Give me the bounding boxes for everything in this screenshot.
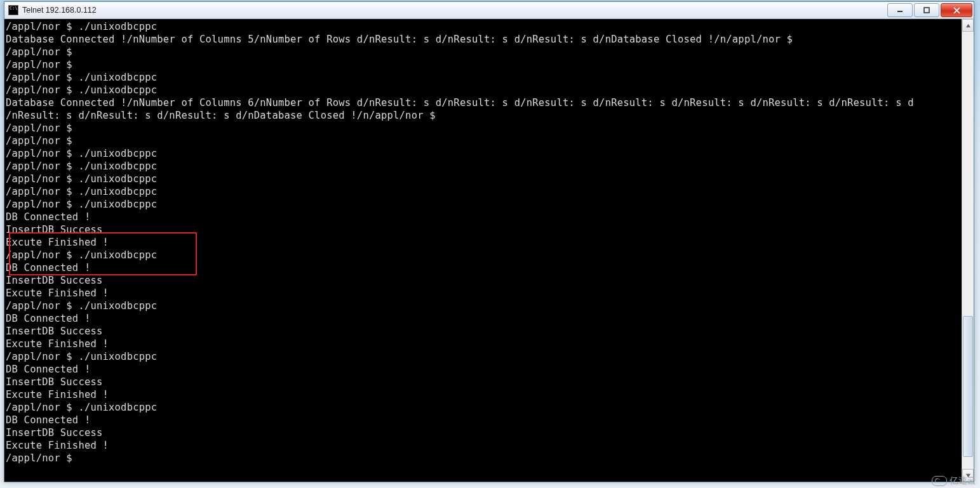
terminal-line: /appl/nor $ ./unixodbcppc xyxy=(4,147,962,160)
window-title: Telnet 192.168.0.112 xyxy=(22,6,97,15)
terminal-line: InsertDB Success xyxy=(4,325,962,338)
telnet-window: Telnet 192.168.0.112 /appl/nor $ ./unixo… xyxy=(4,1,974,482)
terminal-line: Excute Finished ! xyxy=(4,388,962,401)
terminal-line: Database Connected !/nNumber of Columns … xyxy=(4,96,962,109)
scroll-up-button[interactable] xyxy=(962,19,974,32)
terminal-line: /appl/nor $ ./unixodbcppc xyxy=(4,198,962,211)
terminal-line: /appl/nor $ xyxy=(4,452,962,465)
terminal-line: InsertDB Success xyxy=(4,223,962,236)
terminal-line: DB Connected ! xyxy=(4,261,962,274)
terminal-line: InsertDB Success xyxy=(4,426,962,439)
terminal-line: Database Connected !/nNumber of Columns … xyxy=(4,33,962,46)
scroll-track[interactable] xyxy=(962,32,974,469)
cmd-icon xyxy=(8,5,18,15)
terminal-line: DB Connected ! xyxy=(4,312,962,325)
watermark-icon xyxy=(932,476,947,486)
terminal-line: /appl/nor $ ./unixodbcppc xyxy=(4,84,962,96)
watermark: 亿速云 xyxy=(932,475,976,487)
titlebar[interactable]: Telnet 192.168.0.112 xyxy=(4,2,974,19)
terminal-line: InsertDB Success xyxy=(4,376,962,388)
terminal-line: /appl/nor $ ./unixodbcppc xyxy=(4,401,962,414)
terminal-line: /appl/nor $ ./unixodbcppc xyxy=(4,160,962,173)
terminal-line: /appl/nor $ xyxy=(4,58,962,71)
close-button[interactable] xyxy=(941,3,972,17)
vertical-scrollbar[interactable] xyxy=(962,19,974,482)
terminal-line: /appl/nor $ xyxy=(4,135,962,147)
terminal-line: /appl/nor $ ./unixodbcppc xyxy=(4,71,962,84)
terminal-line: InsertDB Success xyxy=(4,274,962,287)
terminal-line: Excute Finished ! xyxy=(4,338,962,350)
window-buttons xyxy=(886,3,972,17)
watermark-text: 亿速云 xyxy=(950,475,976,487)
terminal-line: /appl/nor $ ./unixodbcppc xyxy=(4,249,962,261)
svg-rect-0 xyxy=(897,11,903,12)
terminal-line: DB Connected ! xyxy=(4,363,962,376)
terminal-line: /appl/nor $ ./unixodbcppc xyxy=(4,185,962,198)
terminal-viewport[interactable]: /appl/nor $ ./unixodbcppcDatabase Connec… xyxy=(4,19,962,482)
terminal-line: /appl/nor $ ./unixodbcppc xyxy=(4,350,962,363)
terminal-line: DB Connected ! xyxy=(4,414,962,426)
terminal-line: /appl/nor $ ./unixodbcppc xyxy=(4,300,962,312)
terminal-line: Excute Finished ! xyxy=(4,287,962,300)
maximize-button[interactable] xyxy=(914,3,939,17)
terminal-area: /appl/nor $ ./unixodbcppcDatabase Connec… xyxy=(4,19,974,482)
terminal-content: /appl/nor $ ./unixodbcppcDatabase Connec… xyxy=(4,19,962,465)
terminal-line: /appl/nor $ ./unixodbcppc xyxy=(4,173,962,185)
svg-rect-1 xyxy=(924,8,929,13)
terminal-line: Excute Finished ! xyxy=(4,439,962,452)
terminal-line: /nResult: s d/nResult: s d/nResult: s d/… xyxy=(4,109,962,122)
terminal-line: /appl/nor $ xyxy=(4,122,962,135)
terminal-line: /appl/nor $ xyxy=(4,46,962,58)
scroll-thumb[interactable] xyxy=(963,316,973,457)
terminal-line: DB Connected ! xyxy=(4,211,962,223)
terminal-line: Excute Finished ! xyxy=(4,236,962,249)
terminal-line: /appl/nor $ ./unixodbcppc xyxy=(4,20,962,33)
minimize-button[interactable] xyxy=(887,3,913,17)
